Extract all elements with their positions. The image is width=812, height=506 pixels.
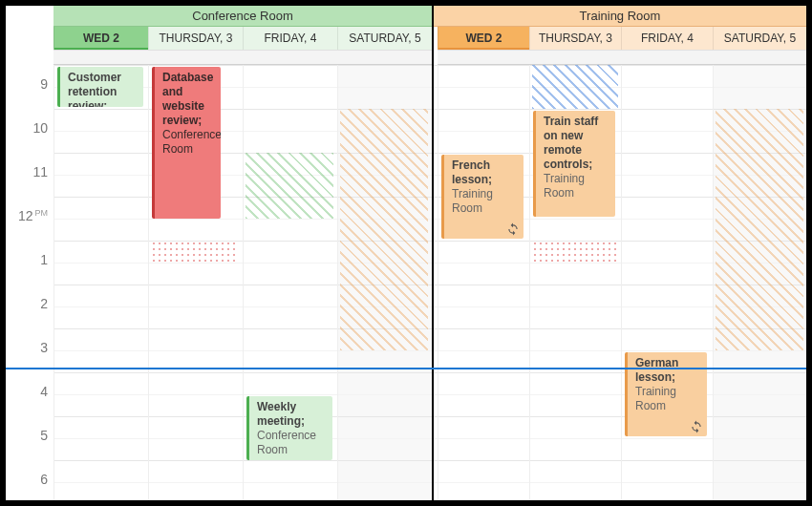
resource-divider [432,6,434,500]
day-header-train-thu[interactable]: THURSDAY, 3 [529,27,621,50]
event-french-lesson[interactable]: French lesson; Training Room [441,155,524,239]
day-header-train-fri[interactable]: FRIDAY, 4 [621,27,713,50]
event-customer-retention[interactable]: Customer retention review; Conference Ro… [57,67,143,107]
day-header-train-sat[interactable]: SATURDAY, 5 [713,27,806,50]
time-label-9: 9 [6,76,48,92]
recurring-icon [506,222,520,236]
day-header-conf-wed[interactable]: WED 2 [53,27,148,50]
event-title: Train staff on new remote controls; [544,115,609,172]
time-label-12-ampm: PM [35,208,49,218]
time-label-11: 11 [6,164,48,179]
event-location: Conference Room [257,429,316,456]
resource-header-training[interactable]: Training Room [434,6,806,27]
day-header-conf-thu[interactable]: THURSDAY, 3 [148,27,243,50]
scheduler-resource-view: Conference Room Training Room WED 2 THUR… [0,0,812,506]
time-label-6: 6 [6,472,48,487]
busy-dots-conf-thu [151,241,239,263]
day-header-conf-sat[interactable]: SATURDAY, 5 [337,27,432,50]
current-time-indicator [6,368,806,369]
day-header-conf-fri[interactable]: FRIDAY, 4 [243,27,337,50]
event-location: Conference Room [162,128,221,156]
time-label-4: 4 [6,384,48,399]
event-location: Training Room [635,385,676,412]
time-label-12: 12PM [6,208,48,223]
allday-row-conf[interactable] [53,50,432,65]
event-title: French lesson; [452,158,518,187]
event-weekly-meeting[interactable]: Weekly meeting; Conference Room [246,396,332,460]
busy-dots-train-thu [532,241,618,263]
event-location: Training Room [544,172,585,200]
time-label-1: 1 [6,252,48,267]
event-title: Weekly meeting; [257,400,327,429]
event-title: German lesson; [635,356,701,385]
allday-row-train[interactable] [438,50,806,65]
event-title: Database and website review; [162,71,215,128]
day-header-train-wed[interactable]: WED 2 [438,27,529,50]
time-label-10: 10 [6,120,48,136]
time-label-12-num: 12 [18,208,33,223]
time-label-5: 5 [6,428,48,443]
time-label-2: 2 [6,296,48,311]
event-train-staff[interactable]: Train staff on new remote controls; Trai… [533,111,615,217]
event-german-lesson[interactable]: German lesson; Training Room [625,352,707,436]
event-location: Training Room [452,187,493,215]
busy-hatch-conf-fri [246,153,333,219]
event-title: Customer retention review; [68,71,138,107]
resource-header-conference[interactable]: Conference Room [53,6,432,27]
event-database-review[interactable]: Database and website review; Conference … [152,67,221,219]
recurring-icon [690,420,703,433]
time-label-3: 3 [6,340,48,355]
